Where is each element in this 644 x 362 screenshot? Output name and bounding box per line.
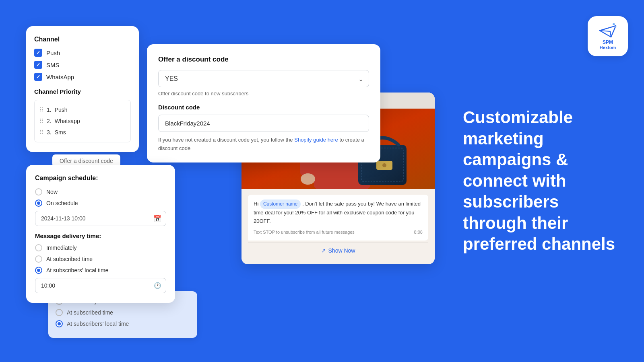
channel-whatsapp[interactable]: WhatsApp [34,73,131,81]
priority-item-1[interactable]: ⠿ 1. Push [39,104,126,115]
channel-priority-section: Channel Priority ⠿ 1. Push ⠿ 2. Whatsapp… [34,88,131,142]
lower-radio-local [56,320,63,327]
checkbox-whatsapp[interactable] [34,73,42,81]
discount-code-label: Discount code [158,104,369,111]
channel-title: Channel [34,36,131,43]
guide-prefix: If you have not created a discount code … [158,137,293,143]
send-plane-icon [598,23,617,39]
lower-radio-subscribed [56,309,63,316]
guide-text: If you have not created a discount code … [158,136,369,153]
date-input[interactable] [35,211,166,226]
priority-order-1: 1. [47,107,52,113]
delivery-local-time[interactable]: At subscribers' local time [35,267,166,274]
radio-subscribed-time[interactable] [35,255,42,263]
drag-icon-2: ⠿ [39,118,43,124]
priority-order-2: 2. [47,118,52,124]
main-container: Channel Push SMS WhatsApp Channel Priori… [0,0,644,362]
radio-immediately[interactable] [35,244,42,251]
marketing-headline: Customizable marketing campaigns & conne… [463,107,624,255]
lower-subscribed-time: At subscribed time [56,309,190,316]
local-time-label: At subscribers' local time [46,267,108,274]
yes-no-select-wrapper: YES NO ⌄ [158,70,369,87]
delivery-title: Message delivery time: [35,232,166,239]
show-now-button[interactable]: ↗ Show Now [248,242,428,259]
schedule-title: Campaign schedule: [35,175,166,182]
priority-box: ⠿ 1. Push ⠿ 2. Whatsapp ⠿ 3. Sms [34,100,131,142]
channel-card: Channel Push SMS WhatsApp Channel Priori… [26,26,139,152]
offer-discount-select[interactable]: YES NO [158,70,369,87]
lower-subscribed-label: At subscribed time [67,309,113,316]
lower-local-time: At subscribers' local time [56,320,190,327]
right-text-area: Customizable marketing campaigns & conne… [443,91,644,271]
priority-order-3: 3. [47,129,52,136]
date-input-wrapper: 📅 [35,211,166,226]
radio-on-schedule[interactable] [35,200,42,207]
channel-push-label: Push [46,49,60,56]
radio-now[interactable] [35,188,42,195]
message-content: Hi Customer name , Don't let the sale pa… [248,195,428,241]
external-link-icon: ↗ [321,247,326,254]
schedule-now-option[interactable]: Now [35,188,166,195]
discount-card-title: Offer a discount code [158,56,369,64]
offer-tab-label: Offer a discount code [60,158,113,164]
drag-icon-1: ⠿ [39,107,43,113]
immediately-label: Immediately [46,245,76,251]
priority-item-3[interactable]: ⠿ 3. Sms [39,127,126,138]
schedule-now-label: Now [46,189,58,195]
delivery-immediately[interactable]: Immediately [35,244,166,251]
message-greeting: Hi [254,201,258,207]
hextom-label: Hextom [600,45,616,50]
checkbox-sms[interactable] [34,61,42,69]
shopify-guide-link[interactable]: Shopify guide here [294,137,338,143]
lower-local-label: At subscribers' local time [67,321,129,327]
cards-area: Channel Push SMS WhatsApp Channel Priori… [0,0,443,362]
svg-point-16 [615,26,617,27]
spm-label: SPM [603,39,613,45]
discount-card: Offer a discount code YES NO ⌄ Offer dis… [147,44,380,162]
priority-name-1: Push [55,107,68,113]
channel-push[interactable]: Push [34,49,131,57]
message-time: 8:08 [414,229,423,236]
schedule-card: Campaign schedule: Now On schedule 📅 Mes… [26,165,175,303]
time-input[interactable] [35,278,166,293]
drag-icon-3: ⠿ [39,129,43,136]
delivery-section: Message delivery time: Immediately At su… [35,232,166,293]
spm-logo: SPM Hextom [588,16,628,56]
delivery-subscribed-time[interactable]: At subscribed time [35,255,166,263]
channel-whatsapp-label: WhatsApp [46,74,74,80]
message-bubble: Hi Customer name , Don't let the sale pa… [242,189,435,264]
discount-hint: Offer discount code to new subscribers [158,90,369,97]
priority-title: Channel Priority [34,88,131,95]
discount-code-input[interactable] [158,115,369,132]
clock-icon: 🕐 [154,282,161,289]
show-now-label: Show Now [328,247,355,254]
subscribed-time-label: At subscribed time [46,256,93,262]
message-footer: Text STOP to unsubscribe from all future… [254,229,423,236]
channel-sms-label: SMS [46,62,60,68]
svg-point-9 [382,163,386,167]
time-input-wrapper: 🕐 [35,278,166,293]
priority-item-2[interactable]: ⠿ 2. Whatsapp [39,115,126,127]
calendar-icon: 📅 [153,215,161,222]
channel-sms[interactable]: SMS [34,61,131,69]
stop-text: Text STOP to unsubscribe from all future… [254,229,355,236]
schedule-on-schedule-option[interactable]: On schedule [35,200,166,207]
priority-name-3: Sms [55,129,66,136]
priority-name-2: Whatsapp [55,118,80,124]
svg-point-5 [301,173,315,185]
schedule-on-schedule-label: On schedule [46,200,78,206]
customer-name-tag: Customer name [260,200,301,209]
radio-local-time[interactable] [35,267,42,274]
checkbox-push[interactable] [34,49,42,57]
